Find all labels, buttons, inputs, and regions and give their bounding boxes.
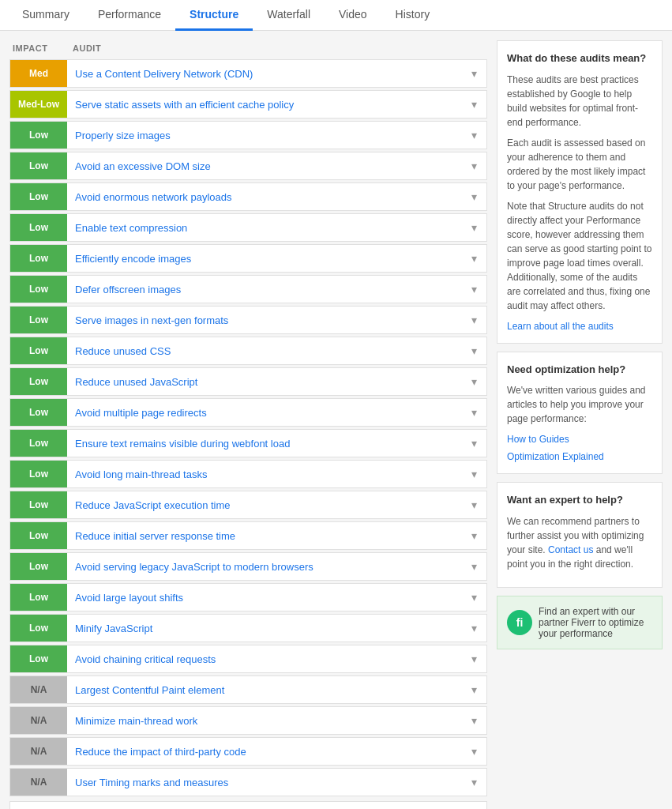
audit-row: LowMinify JavaScript▾: [9, 614, 487, 642]
impact-badge: Low: [10, 152, 67, 179]
audit-label[interactable]: Minimize main-thread work: [67, 709, 462, 733]
chevron-down-icon[interactable]: ▾: [462, 769, 486, 795]
audit-label[interactable]: Reduce the impact of third-party code: [67, 739, 462, 764]
impact-badge: Med: [10, 60, 67, 87]
audit-row: LowAvoid multiple page redirects▾: [9, 398, 487, 427]
col-impact-header: IMPACT: [9, 43, 73, 53]
what-audits-body1: These audits are best practices establis…: [507, 73, 652, 130]
audit-row: LowReduce JavaScript execution time▾: [9, 491, 487, 519]
audit-row: LowEnsure text remains visible during we…: [9, 429, 487, 457]
chevron-down-icon[interactable]: ▾: [462, 122, 486, 148]
fiverr-card[interactable]: fi Find an expert with our partner Fiver…: [497, 596, 663, 649]
impact-badge: Med-Low: [10, 91, 67, 118]
learn-audits-link[interactable]: Learn about all the audits: [507, 321, 614, 332]
contact-us-link[interactable]: Contact us: [548, 544, 593, 555]
chevron-down-icon[interactable]: ▾: [462, 492, 486, 517]
tab-performance[interactable]: Performance: [84, 0, 175, 31]
impact-badge: Low: [10, 615, 67, 642]
impact-badge: Low: [10, 183, 67, 210]
audit-row: LowReduce unused CSS▾: [9, 337, 487, 365]
impact-badge: Low: [10, 430, 67, 457]
optimization-help-card: Need optimization help? We've written va…: [497, 352, 663, 475]
impact-badge: Low: [10, 553, 67, 580]
audit-row: N/ALargest Contentful Paint element▾: [9, 675, 487, 704]
audit-row: N/AMinimize main-thread work▾: [9, 706, 487, 735]
audit-label[interactable]: Minify JavaScript: [67, 616, 462, 641]
audit-label[interactable]: Avoid enormous network payloads: [67, 185, 462, 209]
chevron-down-icon[interactable]: ▾: [462, 369, 486, 394]
chevron-down-icon[interactable]: ▾: [462, 92, 486, 117]
audit-label[interactable]: Reduce unused JavaScript: [67, 370, 462, 394]
audit-row: LowAvoid enormous network payloads▾: [9, 182, 487, 211]
show-no-impact-button[interactable]: Show No Impact Audits ▾: [9, 801, 487, 809]
audit-label[interactable]: Avoid chaining critical requests: [67, 647, 462, 672]
audit-label[interactable]: Reduce unused CSS: [67, 339, 462, 363]
chevron-down-icon[interactable]: ▾: [462, 338, 486, 363]
what-audits-title: What do these audits mean?: [507, 51, 652, 66]
chevron-down-icon[interactable]: ▾: [462, 215, 486, 240]
chevron-down-icon[interactable]: ▾: [462, 431, 486, 456]
audit-label[interactable]: Serve static assets with an efficient ca…: [67, 92, 462, 117]
chevron-down-icon[interactable]: ▾: [462, 307, 486, 333]
impact-badge: Low: [10, 461, 67, 487]
audit-row: LowEnable text compression▾: [9, 213, 487, 242]
expert-help-card: Want an expert to help? We can recommend…: [497, 482, 663, 588]
audit-label[interactable]: Defer offscreen images: [67, 277, 462, 302]
audit-label[interactable]: Avoid an excessive DOM size: [67, 154, 462, 179]
impact-badge: Low: [10, 645, 67, 672]
audit-label[interactable]: Ensure text remains visible during webfo…: [67, 431, 462, 456]
chevron-down-icon[interactable]: ▾: [462, 400, 486, 425]
audit-list: MedUse a Content Delivery Network (CDN)▾…: [9, 59, 487, 796]
tab-history[interactable]: History: [381, 0, 445, 31]
chevron-down-icon[interactable]: ▾: [462, 184, 486, 209]
audit-row: LowAvoid chaining critical requests▾: [9, 645, 487, 673]
chevron-down-icon[interactable]: ▾: [462, 246, 486, 271]
how-to-link[interactable]: How to Guides: [507, 432, 652, 446]
chevron-down-icon[interactable]: ▾: [462, 523, 486, 548]
audit-label[interactable]: Enable text compression: [67, 216, 462, 240]
tab-structure[interactable]: Structure: [175, 0, 253, 31]
audit-row: LowAvoid large layout shifts▾: [9, 583, 487, 611]
chevron-down-icon[interactable]: ▾: [462, 61, 486, 86]
audit-label[interactable]: Use a Content Delivery Network (CDN): [67, 62, 462, 86]
col-audit-header: AUDIT: [73, 43, 487, 53]
audit-row: Med-LowServe static assets with an effic…: [9, 90, 487, 119]
impact-badge: Low: [10, 368, 67, 395]
chevron-down-icon[interactable]: ▾: [462, 615, 486, 641]
tab-video[interactable]: Video: [325, 0, 381, 31]
audit-row: LowAvoid an excessive DOM size▾: [9, 152, 487, 180]
audit-label[interactable]: Properly size images: [67, 123, 462, 148]
impact-badge: Low: [10, 214, 67, 241]
impact-badge: N/A: [10, 769, 67, 796]
optimization-explained-link[interactable]: Optimization Explained: [507, 450, 652, 464]
chevron-down-icon[interactable]: ▾: [462, 585, 486, 610]
audit-label[interactable]: Reduce initial server response time: [67, 524, 462, 548]
chevron-down-icon[interactable]: ▾: [462, 646, 486, 672]
audit-label[interactable]: Avoid long main-thread tasks: [67, 462, 462, 487]
chevron-down-icon[interactable]: ▾: [462, 739, 486, 764]
chevron-down-icon[interactable]: ▾: [462, 554, 486, 579]
tab-summary[interactable]: Summary: [8, 0, 84, 31]
audit-label[interactable]: Avoid serving legacy JavaScript to moder…: [67, 555, 462, 579]
fiverr-text: Find an expert with our partner Fiverr t…: [539, 606, 652, 639]
audit-label[interactable]: Avoid multiple page redirects: [67, 401, 462, 425]
chevron-down-icon[interactable]: ▾: [462, 677, 486, 702]
tab-waterfall[interactable]: Waterfall: [253, 0, 325, 31]
chevron-down-icon[interactable]: ▾: [462, 153, 486, 179]
audit-row: N/AUser Timing marks and measures▾: [9, 768, 487, 796]
impact-badge: Low: [10, 399, 67, 426]
audit-label[interactable]: Avoid large layout shifts: [67, 585, 462, 610]
audit-label[interactable]: Efficiently encode images: [67, 246, 462, 271]
audit-row: LowReduce initial server response time▾: [9, 521, 487, 550]
tab-bar: SummaryPerformanceStructureWaterfallVide…: [0, 0, 672, 31]
audit-label[interactable]: Largest Contentful Paint element: [67, 678, 462, 702]
audit-label[interactable]: Serve images in next-gen formats: [67, 308, 462, 333]
chevron-down-icon[interactable]: ▾: [462, 277, 486, 302]
audit-row: LowAvoid long main-thread tasks▾: [9, 460, 487, 488]
audit-label[interactable]: User Timing marks and measures: [67, 770, 462, 795]
audit-label[interactable]: Reduce JavaScript execution time: [67, 493, 462, 517]
chevron-down-icon[interactable]: ▾: [462, 461, 486, 487]
expert-title: Want an expert to help?: [507, 492, 652, 508]
chevron-down-icon[interactable]: ▾: [462, 708, 486, 733]
impact-badge: Low: [10, 522, 67, 549]
